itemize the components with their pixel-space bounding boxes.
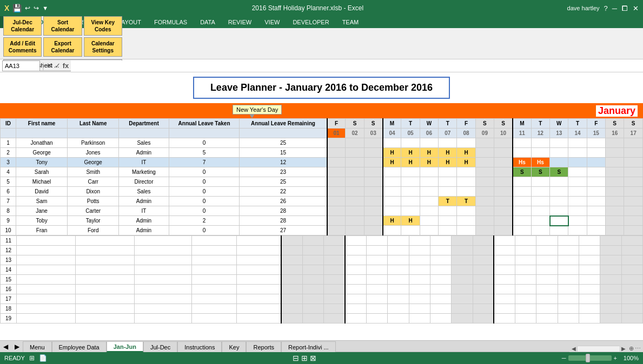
cell-day-1[interactable] (327, 197, 346, 206)
cell-id[interactable]: 8 (1, 206, 16, 216)
view-page-break-icon[interactable]: ⊠ (310, 354, 316, 362)
cell-day-5[interactable] (401, 138, 420, 148)
cell-day-11[interactable] (513, 177, 531, 187)
cell-day-12[interactable] (531, 187, 549, 197)
cell-lastname[interactable]: Taylor (68, 216, 119, 226)
minimize-btn[interactable]: ─ (612, 4, 617, 12)
add-edit-comments-button[interactable]: Add / Edit Comments (3, 37, 42, 57)
cell-day-3[interactable] (364, 216, 382, 226)
cell-day-1[interactable] (327, 167, 346, 177)
cell-firstname[interactable]: David (16, 187, 68, 197)
cell-day-4[interactable]: H (383, 148, 401, 158)
cell-day-8[interactable] (457, 187, 475, 197)
cell-day-13[interactable] (550, 177, 568, 187)
cell-day-6[interactable] (420, 167, 438, 177)
cell-id[interactable]: 4 (1, 167, 16, 177)
cell-day-7[interactable] (439, 167, 457, 177)
cell-day-5[interactable] (401, 187, 420, 197)
cell-day-12[interactable] (531, 216, 549, 226)
cell-id[interactable]: 2 (1, 148, 16, 158)
cell-day-17[interactable] (624, 158, 643, 167)
cell-day-1[interactable] (327, 226, 346, 235)
tab-view[interactable]: VIEW (258, 16, 286, 28)
cell-day-4[interactable] (383, 226, 401, 235)
cell-day-9[interactable] (475, 197, 494, 206)
cell-day-16[interactable] (606, 177, 624, 187)
cell-day-10[interactable] (494, 197, 513, 206)
cell-day-8[interactable]: H (457, 158, 475, 167)
cell-day-10[interactable] (494, 206, 513, 216)
cell-day-1[interactable] (327, 158, 346, 167)
cell-department[interactable]: Admin (119, 197, 169, 206)
cell-al-remaining[interactable]: 22 (240, 187, 327, 197)
cell-day-2[interactable] (346, 177, 364, 187)
cell-day-2[interactable] (346, 197, 364, 206)
cell-day-14[interactable] (568, 158, 587, 167)
tab-developer[interactable]: DEVELOPER (286, 16, 335, 28)
cell-day-6[interactable]: H (420, 158, 438, 167)
cell-day-2[interactable] (346, 206, 364, 216)
sheet-options[interactable]: ⋯ (635, 345, 641, 352)
zoom-out-icon[interactable]: ─ (562, 355, 566, 361)
cell-day-17[interactable] (624, 197, 643, 206)
cell-day-1[interactable] (327, 148, 346, 158)
cell-day-7[interactable] (439, 187, 457, 197)
zoom-in-icon[interactable]: + (614, 355, 617, 361)
tab-formulas[interactable]: FORMULAS (148, 16, 194, 28)
cell-day-6[interactable] (420, 216, 438, 226)
cell-day-8[interactable] (457, 206, 475, 216)
cell-day-10[interactable] (494, 148, 513, 158)
cell-id[interactable]: 5 (1, 177, 16, 187)
cell-day-14[interactable] (568, 197, 587, 206)
cell-day-10[interactable] (494, 216, 513, 226)
cell-day-5[interactable] (401, 197, 420, 206)
cell-day-8[interactable]: H (457, 148, 475, 158)
cell-day-5[interactable] (401, 177, 420, 187)
sheet-tab-key[interactable]: Key (222, 341, 246, 352)
cell-al-remaining[interactable]: 25 (240, 138, 327, 148)
cell-day-8[interactable]: T (457, 197, 475, 206)
close-btn[interactable]: ✕ (633, 4, 639, 12)
cell-day-12[interactable] (531, 138, 549, 148)
cell-day-3[interactable] (364, 158, 382, 167)
cell-day-1[interactable] (327, 187, 346, 197)
cell-day-6[interactable] (420, 177, 438, 187)
cell-department[interactable]: Marketing (119, 167, 169, 177)
cell-day-4[interactable] (383, 187, 401, 197)
cell-day-2[interactable] (346, 226, 364, 235)
cell-day-8[interactable] (457, 226, 475, 235)
cell-day-9[interactable] (475, 167, 494, 177)
cell-day-2[interactable] (346, 216, 364, 226)
cell-day-11[interactable] (513, 197, 531, 206)
cell-al-taken[interactable]: 0 (169, 226, 240, 235)
cell-day-13[interactable]: S (550, 167, 568, 177)
cell-day-7[interactable]: H (439, 158, 457, 167)
cell-day-16[interactable] (606, 187, 624, 197)
cell-day-5[interactable]: H (401, 148, 420, 158)
cell-lastname[interactable]: Jones (68, 148, 119, 158)
cell-day-4[interactable]: H (383, 216, 401, 226)
cell-al-remaining[interactable]: 23 (240, 167, 327, 177)
cell-day-12[interactable] (531, 197, 549, 206)
cell-day-10[interactable] (494, 226, 513, 235)
cell-day-16[interactable] (606, 167, 624, 177)
cell-day-10[interactable] (494, 167, 513, 177)
cell-day-6[interactable] (420, 197, 438, 206)
cell-day-16[interactable] (606, 226, 624, 235)
cell-day-12[interactable]: Hs (531, 158, 549, 167)
cell-day-1[interactable] (327, 216, 346, 226)
cell-al-taken[interactable]: 0 (169, 187, 240, 197)
cell-firstname[interactable]: Sam (16, 197, 68, 206)
view-normal-icon[interactable]: ⊟ (293, 354, 299, 362)
cell-id[interactable]: 9 (1, 216, 16, 226)
sheet-tab-menu[interactable]: Menu (23, 341, 52, 352)
cell-day-9[interactable] (475, 226, 494, 235)
cell-firstname[interactable]: Michael (16, 177, 68, 187)
cell-day-7[interactable] (439, 216, 457, 226)
cell-day-4[interactable] (383, 167, 401, 177)
cell-al-remaining[interactable]: 26 (240, 197, 327, 206)
cell-firstname[interactable]: Toby (16, 216, 68, 226)
cell-day-15[interactable] (587, 148, 605, 158)
cell-day-16[interactable] (606, 216, 624, 226)
cell-department[interactable]: IT (119, 158, 169, 167)
